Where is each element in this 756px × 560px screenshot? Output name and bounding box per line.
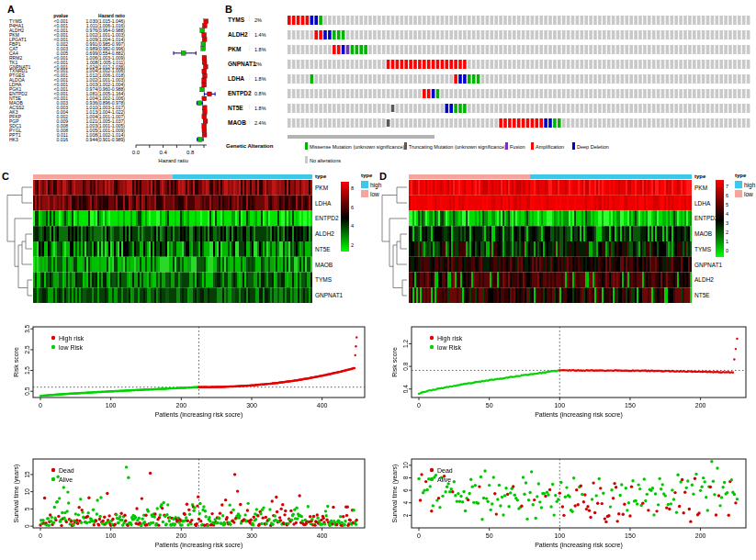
svg-text:6: 6: [402, 488, 409, 492]
svg-text:200: 200: [695, 532, 706, 539]
svg-text:Survival time (years): Survival time (years): [391, 465, 399, 523]
svg-text:2: 2: [402, 513, 409, 517]
svg-text:0: 0: [417, 532, 421, 539]
svg-text:Dead: Dead: [437, 467, 453, 474]
figure-canvas: A B C D pvalue Hazard ratio TYMS<0.0011.…: [0, 0, 756, 560]
svg-text:150: 150: [625, 532, 636, 539]
svg-text:8: 8: [402, 476, 409, 479]
svg-text:10: 10: [402, 462, 409, 469]
svg-text:100: 100: [554, 532, 565, 539]
svg-text:4: 4: [402, 501, 409, 505]
svg-text:Alive: Alive: [437, 476, 451, 483]
survival-plot-d: 050100150200Patients (increasing risk so…: [0, 0, 756, 560]
svg-text:50: 50: [486, 532, 493, 539]
svg-text:Patients (increasing risk socr: Patients (increasing risk socre): [535, 542, 623, 549]
